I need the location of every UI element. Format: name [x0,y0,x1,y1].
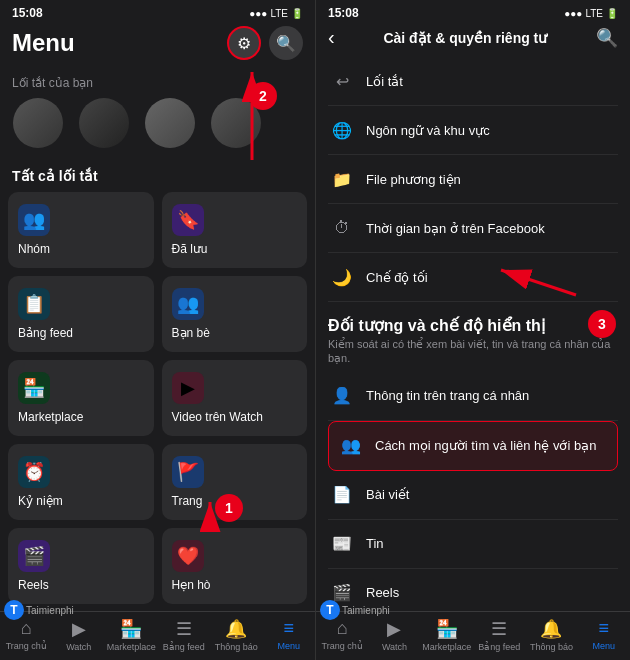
home-nav-label-right: Trang chủ [322,641,363,651]
menu-nav-label-right: Menu [593,641,616,651]
shortcut-avatar-1 [13,98,63,148]
settings-item-stories[interactable]: 📰 Tin [328,520,618,569]
trang-icon: 🚩 [172,456,204,488]
home-nav-icon-left: ⌂ [21,618,32,639]
settings-search-button[interactable]: 🔍 [596,27,618,49]
shortcut-item-4[interactable] [206,98,266,152]
menu-item-videowatch[interactable]: ▶ Video trên Watch [162,360,308,436]
shortcut-item-3[interactable] [140,98,200,152]
find-contact-text: Cách mọi người tìm và liên hệ với bạn [375,438,609,453]
settings-item-darkmode[interactable]: 🌙 Chế độ tối [328,253,618,302]
watermark-text-left: Taimienphi [26,605,74,616]
nav-menu-left[interactable]: ≡ Menu [263,618,316,652]
nav-watch-right[interactable]: ▶ Watch [368,618,420,652]
bande-icon: 👥 [172,288,204,320]
nav-marketplace-left[interactable]: 🏪 Marketplace [105,618,158,652]
settings-item-language[interactable]: 🌐 Ngôn ngữ và khu vực [328,106,618,155]
videowatch-label: Video trên Watch [172,410,263,424]
nav-notif-left[interactable]: 🔔 Thông báo [210,618,263,652]
watermark-right: T Taimienphi [320,600,390,620]
nav-home-right[interactable]: ⌂ Trang chủ [316,618,368,652]
bande-label: Bạn bè [172,326,210,340]
menu-item-bangfeed[interactable]: 📋 Bảng feed [8,276,154,352]
menu-nav-icon-right: ≡ [599,618,610,639]
reels-settings-text: Reels [366,585,618,600]
menu-nav-label-left: Menu [277,641,300,651]
nav-feed-right[interactable]: ☰ Bảng feed [473,618,525,652]
menu-item-reels[interactable]: 🎬 Reels [8,528,154,604]
menu-item-daluu[interactable]: 🔖 Đã lưu [162,192,308,268]
settings-item-profile-info[interactable]: 👤 Thông tin trên trang cá nhân [328,372,618,421]
menu-item-marketplace[interactable]: 🏪 Marketplace [8,360,154,436]
lte-icon-left: LTE [270,8,288,19]
marketplace-nav-label-right: Marketplace [422,642,471,652]
profile-info-text: Thông tin trên trang cá nhân [366,388,618,403]
files-icon: 📁 [328,165,356,193]
feed-nav-icon-right: ☰ [491,618,507,640]
watermark-text-right: Taimienphi [342,605,390,616]
settings-item-files[interactable]: 📁 File phương tiện [328,155,618,204]
time-text: Thời gian bạn ở trên Facebook [366,221,618,236]
reels-label: Reels [18,578,49,592]
settings-item-loitat[interactable]: ↩ Lối tắt [328,57,618,106]
loitat-text: Lối tắt [366,74,618,89]
settings-header: ‹ Cài đặt & quyền riêng tư 🔍 [316,22,630,57]
back-button[interactable]: ‹ [328,26,335,49]
reels-icon: 🎬 [18,540,50,572]
menu-item-bande[interactable]: 👥 Bạn bè [162,276,308,352]
home-nav-label-left: Trang chủ [6,641,47,651]
status-icons-left: ●●● LTE 🔋 [249,8,303,19]
all-shortcuts-label: Tất cả lối tắt [8,160,307,192]
nav-marketplace-right[interactable]: 🏪 Marketplace [421,618,473,652]
settings-list[interactable]: ↩ Lối tắt 🌐 Ngôn ngữ và khu vực 📁 File p… [316,57,630,611]
menu-item-nhom[interactable]: 👥 Nhóm [8,192,154,268]
profile-info-icon: 👤 [328,382,356,410]
notif-nav-label-right: Thông báo [530,642,573,652]
watch-nav-label-right: Watch [382,642,407,652]
shortcuts-label: Lối tắt của bạn [8,68,307,94]
signal-icon-left: ●●● [249,8,267,19]
daluu-icon: 🔖 [172,204,204,236]
watch-nav-icon-left: ▶ [72,618,86,640]
marketplace-label: Marketplace [18,410,83,424]
posts-text: Bài viết [366,487,618,502]
nav-watch-left[interactable]: ▶ Watch [53,618,106,652]
feed-nav-label-left: Bảng feed [163,642,205,652]
stories-text: Tin [366,536,618,551]
settings-item-find-contact[interactable]: 👥 Cách mọi người tìm và liên hệ với bạn [328,421,618,471]
settings-item-posts[interactable]: 📄 Bài viết [328,471,618,520]
nav-feed-left[interactable]: ☰ Bảng feed [158,618,211,652]
settings-title: Cài đặt & quyền riêng tư [335,30,596,46]
section1-sub: Kiểm soát ai có thể xem bài viết, tin và… [328,337,618,372]
right-panel: 15:08 ●●● LTE 🔋 ‹ Cài đặt & quyền riêng … [315,0,630,660]
menu-item-trang[interactable]: 🚩 Trang [162,444,308,520]
left-scroll[interactable]: Lối tắt của bạn Tất cả lối tắt [0,68,315,611]
section1-title: Đối tượng và chế độ hiển thị [328,302,618,337]
notif-nav-icon-left: 🔔 [225,618,247,640]
nav-notif-right[interactable]: 🔔 Thông báo [525,618,577,652]
shortcut-avatar-4 [211,98,261,148]
search-icon: 🔍 [276,34,296,53]
darkmode-icon: 🌙 [328,263,356,291]
home-nav-icon-right: ⌂ [337,618,348,639]
stories-icon: 📰 [328,530,356,558]
settings-item-time[interactable]: ⏱ Thời gian bạn ở trên Facebook [328,204,618,253]
time-icon: ⏱ [328,214,356,242]
watch-nav-label-left: Watch [66,642,91,652]
shortcut-avatar-3 [145,98,195,148]
status-icons-right: ●●● LTE 🔋 [564,8,618,19]
status-bar-right: 15:08 ●●● LTE 🔋 [316,0,630,22]
nav-home-left[interactable]: ⌂ Trang chủ [0,618,53,652]
menu-item-kyniem[interactable]: ⏰ Kỷ niệm [8,444,154,520]
marketplace-nav-icon-left: 🏪 [120,618,142,640]
nav-menu-right[interactable]: ≡ Menu [578,618,630,652]
gear-button[interactable]: ⚙ [227,26,261,60]
shortcut-item-1[interactable] [8,98,68,152]
videowatch-icon: ▶ [172,372,204,404]
notif-nav-icon-right: 🔔 [540,618,562,640]
menu-item-hendo[interactable]: ❤️ Hẹn hò [162,528,308,604]
marketplace-icon: 🏪 [18,372,50,404]
search-button[interactable]: 🔍 [269,26,303,60]
battery-icon-right: 🔋 [606,8,618,19]
shortcut-item-2[interactable] [74,98,134,152]
